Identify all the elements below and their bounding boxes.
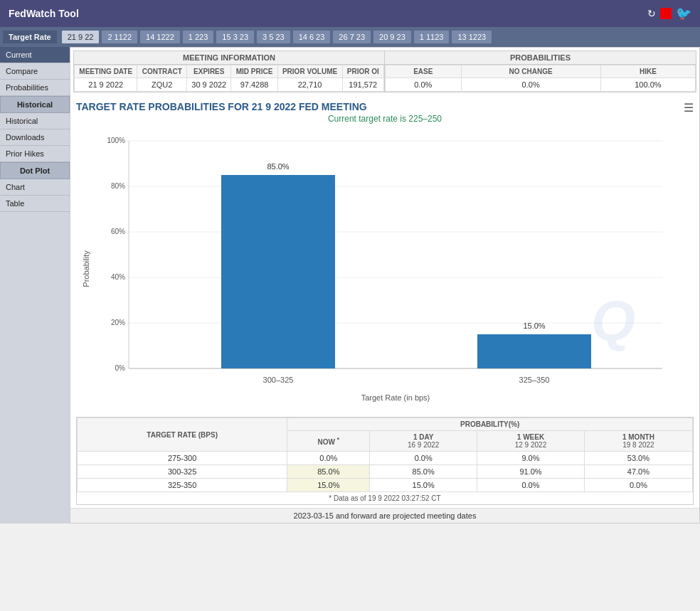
bar-label-300-325: 85.0% <box>267 162 289 171</box>
mid-price-val: 97.4288 <box>231 78 277 92</box>
col-1month-header: 1 MONTH19 8 2022 <box>584 431 692 452</box>
tab-141222[interactable]: 14 1222 <box>139 30 181 44</box>
prior-oi-val: 191,572 <box>342 78 384 92</box>
tab-1223[interactable]: 1 223 <box>182 30 215 44</box>
chart-subtitle: Current target rate is 225–250 <box>76 114 694 124</box>
hike-val: 100.0% <box>600 78 695 92</box>
sidebar-probabilities[interactable]: Probabilities <box>0 80 70 96</box>
chart-container: TARGET RATE PROBABILITIES FOR 21 9 2022 … <box>70 95 699 414</box>
y-tick-0: 0% <box>115 364 126 372</box>
sidebar-prior-hikes[interactable]: Prior Hikes <box>0 146 70 162</box>
y-tick-100: 100% <box>107 137 125 144</box>
sidebar-downloads[interactable]: Downloads <box>0 129 70 146</box>
probabilities-section: PROBABILITIES EASE NO CHANGE HIKE 0.0% <box>385 51 696 92</box>
tab-14623[interactable]: 14 6 23 <box>292 30 332 44</box>
y-tick-40: 40% <box>111 273 125 281</box>
meeting-date-val: 21 9 2022 <box>75 78 137 92</box>
sidebar: Current Compare Probabilities Historical… <box>0 47 70 524</box>
content-area: MEETING INFORMATION MEETING DATE CONTRAC… <box>70 47 700 524</box>
y-tick-80: 80% <box>111 182 125 190</box>
contract-val: ZQU2 <box>137 78 187 92</box>
day1-275-300: 0.0% <box>370 452 477 465</box>
bar-label-325-350: 15.0% <box>523 322 545 330</box>
bar-300-325 <box>221 175 335 368</box>
target-300-325: 300-325 <box>78 465 287 479</box>
watermark: Q <box>591 289 635 352</box>
sidebar-historical[interactable]: Historical <box>0 113 70 129</box>
y-tick-20: 20% <box>111 319 125 326</box>
meeting-info-table: MEETING DATE CONTRACT EXPIRES MID PRICE … <box>74 65 384 92</box>
col-prior-oi: PRIOR OI <box>342 65 384 78</box>
tab-15323[interactable]: 15 3 23 <box>216 30 255 44</box>
probabilities-title: PROBABILITIES <box>385 51 696 65</box>
col-mid-price: MID PRICE <box>231 65 277 78</box>
meeting-info-section: MEETING INFORMATION MEETING DATE CONTRAC… <box>70 48 699 95</box>
prob-row-325-350: 325-350 15.0% 15.0% 0.0% 0.0% <box>78 479 693 492</box>
data-note: * Data as of 19 9 2022 03:27:52 CT <box>77 492 693 504</box>
prob-table-section: TARGET RATE (BPS) PROBABILITY(%) NOW * 1… <box>76 417 694 505</box>
bar-x-label-300-325: 300–325 <box>263 376 294 384</box>
sidebar-chart[interactable]: Chart <box>0 179 70 196</box>
bar-chart: Probability 100% 80% 60% 40% 20% 0% <box>79 127 691 411</box>
col-prior-volume: PRIOR VOLUME <box>277 65 342 78</box>
sidebar-compare[interactable]: Compare <box>0 63 70 80</box>
probabilities-table: EASE NO CHANGE HIKE 0.0% 0.0% 100.0% <box>385 65 696 92</box>
tab-3523[interactable]: 3 5 23 <box>256 30 291 44</box>
tab-bar: Target Rate 21 9 22 2 1122 14 1222 1 223… <box>0 27 700 47</box>
sidebar-historical-section: Historical <box>0 96 70 113</box>
now-275-300: 0.0% <box>287 452 370 465</box>
prob-row-275-300: 275-300 0.0% 0.0% 9.0% 53.0% <box>78 452 693 465</box>
tab-20923[interactable]: 20 9 23 <box>373 30 412 44</box>
tab-131223[interactable]: 13 1223 <box>451 30 492 44</box>
day1-325-350: 15.0% <box>370 479 477 492</box>
x-axis-label: Target Rate (in bps) <box>361 393 430 402</box>
col-expires: EXPIRES <box>187 65 231 78</box>
col-ease: EASE <box>386 65 462 78</box>
tab-11123[interactable]: 1 1123 <box>413 30 450 44</box>
meeting-section: MEETING INFORMATION MEETING DATE CONTRAC… <box>74 51 385 92</box>
col-hike: HIKE <box>600 65 695 78</box>
week1-325-350: 0.0% <box>477 479 585 492</box>
month1-300-325: 47.0% <box>584 465 692 479</box>
col-now-header: NOW * <box>287 431 370 452</box>
col-meeting-date: MEETING DATE <box>75 65 137 78</box>
sidebar-current[interactable]: Current <box>0 47 70 63</box>
prob-table: TARGET RATE (BPS) PROBABILITY(%) NOW * 1… <box>77 418 693 492</box>
target-275-300: 275-300 <box>78 452 287 465</box>
meeting-info-title: MEETING INFORMATION <box>74 51 384 65</box>
top-bar: FedWatch Tool ↻ 🐦 <box>0 0 700 27</box>
prob-row-300-325: 300-325 85.0% 85.0% 91.0% 47.0% <box>78 465 693 479</box>
chart-menu-icon[interactable]: ☰ <box>684 101 694 115</box>
tab-21122[interactable]: 2 1122 <box>101 30 138 44</box>
probabilities-row: 0.0% 0.0% 100.0% <box>386 78 696 92</box>
target-rate-col-header: TARGET RATE (BPS) <box>78 418 287 452</box>
tab-21922[interactable]: 21 9 22 <box>61 30 100 44</box>
bar-325-350 <box>477 334 591 368</box>
sidebar-table[interactable]: Table <box>0 196 70 212</box>
week1-275-300: 9.0% <box>477 452 585 465</box>
close-icon[interactable] <box>660 8 672 19</box>
probability-pct-header: PROBABILITY(%) <box>287 418 693 431</box>
meeting-info-row: 21 9 2022 ZQU2 30 9 2022 97.4288 22,710 … <box>75 78 384 92</box>
now-300-325: 85.0% <box>287 465 370 479</box>
month1-325-350: 0.0% <box>584 479 692 492</box>
twitter-icon[interactable]: 🐦 <box>676 6 691 21</box>
prior-volume-val: 22,710 <box>277 78 342 92</box>
week1-300-325: 91.0% <box>477 465 585 479</box>
expires-val: 30 9 2022 <box>187 78 231 92</box>
no-change-val: 0.0% <box>461 78 600 92</box>
bar-x-label-325-350: 325–350 <box>519 376 550 384</box>
col-contract: CONTRACT <box>137 65 187 78</box>
now-325-350: 15.0% <box>287 479 370 492</box>
sidebar-dot-plot-section: Dot Plot <box>0 162 70 179</box>
target-rate-label: Target Rate <box>3 31 57 43</box>
meeting-info-header: MEETING INFORMATION MEETING DATE CONTRAC… <box>73 51 696 92</box>
chart-title: TARGET RATE PROBABILITIES FOR 21 9 2022 … <box>76 101 694 112</box>
target-325-350: 325-350 <box>78 479 287 492</box>
col-1week-header: 1 WEEK12 9 2022 <box>477 431 585 452</box>
tab-26723[interactable]: 26 7 23 <box>332 30 371 44</box>
col-1day-header: 1 DAY16 9 2022 <box>370 431 477 452</box>
y-tick-60: 60% <box>111 228 125 235</box>
projected-note: 2023-03-15 and forward are projected mee… <box>70 508 699 523</box>
refresh-icon[interactable]: ↻ <box>647 8 656 19</box>
